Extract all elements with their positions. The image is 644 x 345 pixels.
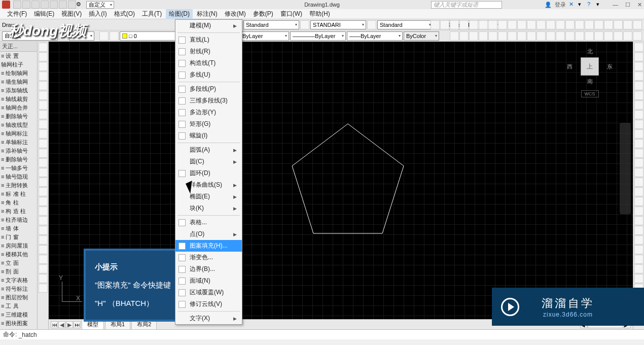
vtb-icon[interactable] — [39, 149, 48, 158]
vtb-icon[interactable] — [39, 110, 48, 119]
list-item[interactable]: ≡ 一轴多号 — [0, 164, 37, 172]
lineweight-combo[interactable]: —— ByLayer — [347, 31, 403, 41]
viewcube-top[interactable]: 上 — [581, 57, 599, 76]
tb-icon[interactable] — [367, 20, 376, 29]
list-item[interactable]: ≡ 轴线裁剪 — [0, 95, 37, 104]
menu-11[interactable]: 帮助(H) — [306, 9, 333, 19]
menu-item[interactable]: 射线(R) — [175, 46, 242, 57]
list-item[interactable]: ≡ 文件布图 — [0, 328, 37, 329]
list-item[interactable]: ≡ 删除轴号 — [0, 155, 37, 164]
list-item[interactable]: ≡ 单轴标注 — [0, 138, 37, 147]
help-icon[interactable]: ? — [587, 1, 594, 8]
list-item[interactable]: ≡ 标 准 柱 — [0, 190, 37, 198]
list-item[interactable]: ≡ 楼梯其他 — [0, 250, 37, 259]
menu-item[interactable]: 圆环(D) — [175, 167, 242, 179]
list-item[interactable]: ≡ 墙 体 — [0, 224, 37, 233]
tb-icon[interactable] — [450, 20, 459, 29]
tb-icon[interactable] — [479, 31, 488, 41]
qat-new-icon[interactable] — [13, 1, 21, 9]
workspace-combo[interactable]: 自定义 — [86, 1, 114, 9]
list-item[interactable]: ≡ 轴号隐现 — [0, 172, 37, 181]
vtb-icon[interactable] — [39, 129, 48, 139]
menu-item[interactable]: 面域(N) — [175, 275, 242, 287]
vtb-icon[interactable] — [634, 129, 643, 139]
tablestyle-combo[interactable]: Standard — [377, 20, 433, 29]
vtb-icon[interactable] — [39, 226, 48, 235]
tb-icon[interactable] — [556, 20, 565, 29]
vtb-icon[interactable] — [39, 168, 48, 177]
vtb-icon[interactable] — [39, 62, 48, 71]
tb-icon[interactable] — [604, 31, 613, 41]
list-item[interactable]: ≡ 绘制轴网 — [0, 69, 37, 78]
tb-icon[interactable] — [517, 20, 526, 29]
menu-0[interactable]: 文件(F) — [4, 9, 30, 19]
vtb-icon[interactable] — [39, 197, 48, 206]
list-item[interactable]: ≡ 轴网合并 — [0, 104, 37, 112]
menu-item[interactable]: 多线(U) — [175, 69, 242, 81]
menu-item[interactable]: 修订云线(V) — [175, 298, 242, 310]
vtb-icon[interactable] — [39, 235, 48, 245]
vtb-icon[interactable] — [39, 178, 48, 187]
menu-item[interactable]: 区域覆盖(W) — [175, 287, 242, 298]
list-item[interactable]: ≡ 图层控制 — [0, 293, 37, 302]
tb-icon[interactable] — [556, 31, 565, 41]
vtb-icon[interactable] — [39, 264, 48, 273]
menu-item[interactable]: 构造线(T) — [175, 57, 242, 69]
menu-item[interactable]: 渐变色... — [175, 252, 242, 263]
vtb-icon[interactable] — [634, 178, 643, 187]
menu-item[interactable]: 多段线(P) — [175, 83, 242, 95]
dropdown2-icon[interactable]: ▾ — [596, 1, 603, 8]
menu-item[interactable]: 三维多段线(3) — [175, 95, 242, 107]
menu-item[interactable]: 样条曲线(S)▶ — [175, 179, 242, 191]
tb-icon[interactable] — [498, 31, 507, 41]
menu-item[interactable]: 矩形(G) — [175, 118, 242, 130]
list-item[interactable]: 轴网柱子 — [0, 60, 37, 69]
exchange-icon[interactable]: ✕ — [569, 1, 576, 8]
vtb-icon[interactable] — [39, 216, 48, 225]
menu-6[interactable]: 绘图(D) — [166, 9, 193, 19]
list-item[interactable]: ≡ 添加轴线 — [0, 86, 37, 95]
minimize-button[interactable]: — — [613, 2, 618, 8]
list-item[interactable]: ≡ 添补轴号 — [0, 147, 37, 155]
list-item[interactable]: ≡ 柱齐墙边 — [0, 216, 37, 224]
vtb-icon[interactable] — [634, 245, 643, 254]
login-link[interactable]: 登录 — [555, 1, 566, 9]
tb-icon[interactable] — [527, 31, 536, 41]
qat-save-icon[interactable] — [31, 1, 40, 9]
tb-icon[interactable] — [594, 20, 603, 29]
command-line[interactable]: 命令: _hatch — [0, 329, 644, 339]
vtb-icon[interactable] — [634, 187, 643, 196]
list-item[interactable]: ≡ 轴改线型 — [0, 121, 37, 129]
menu-item[interactable]: 点(O)▶ — [175, 228, 242, 240]
menu-item[interactable]: 块(K)▶ — [175, 202, 242, 214]
tb-icon[interactable] — [585, 31, 594, 41]
tb-icon[interactable] — [488, 20, 497, 29]
qat-open-icon[interactable] — [22, 1, 30, 9]
vtb-icon[interactable] — [39, 187, 48, 196]
tb-icon[interactable] — [623, 31, 632, 41]
menu-item[interactable]: 多边形(Y) — [175, 107, 242, 118]
vtb-icon[interactable] — [39, 245, 48, 254]
vtb-icon[interactable] — [634, 120, 643, 129]
app-icon[interactable] — [2, 1, 10, 9]
vtb-icon[interactable] — [39, 284, 48, 293]
menu-item[interactable]: 椭圆(E)▶ — [175, 191, 242, 202]
vtb-icon[interactable] — [634, 216, 643, 225]
tb-icon[interactable] — [546, 20, 555, 29]
textstyle-combo[interactable]: Standard — [243, 20, 299, 29]
tb-icon[interactable] — [536, 20, 546, 29]
tab-first-icon[interactable]: ⏮ — [51, 321, 58, 328]
tb-icon[interactable] — [575, 20, 584, 29]
user-icon[interactable]: 👤 — [545, 2, 552, 8]
menu-2[interactable]: 视图(V) — [58, 9, 85, 19]
tb-icon[interactable] — [604, 20, 613, 29]
vtb-icon[interactable] — [634, 52, 643, 61]
tb-icon[interactable] — [469, 20, 478, 29]
vtb-icon[interactable] — [39, 100, 48, 110]
vtb-icon[interactable] — [39, 255, 48, 264]
menu-item[interactable]: 图案填充(H)... — [175, 240, 242, 252]
menu-item[interactable]: 直线(L) — [175, 34, 242, 46]
menu-5[interactable]: 工具(T) — [139, 9, 165, 19]
vtb-icon[interactable] — [634, 274, 643, 283]
list-item[interactable]: ≡ 删除轴号 — [0, 112, 37, 121]
